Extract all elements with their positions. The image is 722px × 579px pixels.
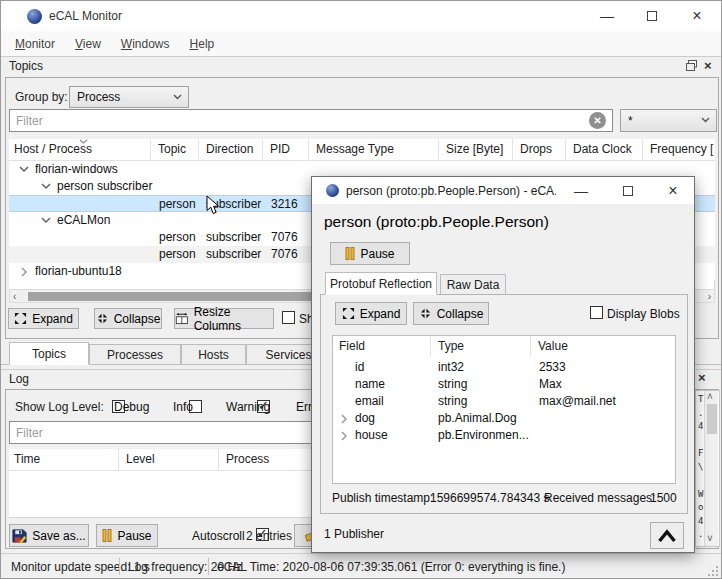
background-vscrollbar[interactable]: ˄ ˅ — [704, 391, 718, 546]
scroll-right-icon[interactable]: › — [708, 291, 711, 303]
info-label: Info — [173, 400, 193, 414]
field-name: id — [355, 359, 364, 376]
pause-icon — [102, 529, 112, 542]
col-message-type[interactable]: Message Type — [309, 139, 439, 160]
col-drops[interactable]: Drops — [513, 139, 566, 160]
dialog-expand-label: Expand — [360, 307, 401, 321]
topics-panel-header: Topics — [1, 56, 721, 75]
display-blobs-checkbox[interactable] — [590, 306, 603, 319]
field-row[interactable]: house pb.Environmen... — [333, 427, 675, 444]
col-data-clock[interactable]: Data Clock — [566, 139, 643, 160]
topics-panel-close-icon[interactable]: × — [704, 58, 712, 73]
resize-grip-icon[interactable] — [707, 565, 719, 577]
save-as-button[interactable]: Save as... — [9, 524, 89, 547]
float-panel-icon[interactable] — [685, 59, 698, 72]
pid-cell: 7076 — [271, 246, 298, 263]
menu-bar: Monitor View Windows Help — [1, 31, 721, 56]
app-icon — [326, 184, 339, 197]
close-button[interactable]: × — [675, 1, 719, 31]
tab-topics[interactable]: Topics — [9, 342, 89, 365]
dialog-minimize-button[interactable]: — — [560, 177, 602, 204]
field-name: name — [355, 376, 385, 393]
expander-closed-icon[interactable] — [341, 414, 348, 424]
log-panel-close-icon[interactable]: × — [698, 370, 706, 385]
col-field[interactable]: Field — [333, 336, 431, 357]
maximize-icon — [623, 186, 633, 196]
minimize-button[interactable]: — — [585, 1, 629, 31]
log-panel-title: Log — [1, 372, 29, 386]
field-row[interactable]: name string Max — [333, 376, 675, 393]
expander-open-icon[interactable] — [41, 217, 51, 224]
col-time[interactable]: Time — [9, 449, 119, 470]
dialog-close-button[interactable]: × — [653, 177, 693, 204]
title-bar: eCAL Monitor — × — [1, 1, 721, 31]
scroll-down-icon[interactable]: ˅ — [707, 533, 713, 545]
expander-open-icon[interactable] — [19, 166, 29, 173]
clear-filter-button[interactable]: ✕ — [589, 112, 606, 129]
field-row[interactable]: dog pb.Animal.Dog — [333, 410, 675, 427]
maximize-button[interactable] — [630, 1, 674, 31]
dialog-pause-button[interactable]: Pause — [330, 242, 410, 265]
tab-protobuf-reflection[interactable]: Protobuf Reflection — [325, 272, 437, 295]
group-by-label: Group by: — [15, 90, 68, 104]
resize-columns-icon — [175, 312, 189, 325]
field-type: string — [438, 376, 467, 393]
col-pid[interactable]: PID — [263, 139, 309, 160]
tab-raw-data[interactable]: Raw Data — [440, 274, 506, 295]
menu-monitor[interactable]: Monitor — [5, 37, 65, 51]
field-type: string — [438, 393, 467, 410]
field-type: pb.Animal.Dog — [438, 410, 517, 427]
scroll-left-icon[interactable]: ‹ — [13, 291, 16, 303]
process-label: eCALMon — [57, 212, 110, 229]
col-frequency[interactable]: Frequency [ — [643, 139, 715, 160]
expand-button[interactable]: Expand — [8, 308, 79, 329]
field-name: email — [355, 393, 384, 410]
dialog-expand-button[interactable]: Expand — [335, 302, 407, 325]
save-as-label: Save as... — [32, 529, 85, 543]
col-type[interactable]: Type — [431, 336, 531, 357]
col-size[interactable]: Size [Byte] — [439, 139, 513, 160]
minimize-icon: — — [574, 183, 588, 199]
group-by-select[interactable]: Process — [69, 86, 189, 108]
tab-processes[interactable]: Processes — [89, 344, 181, 365]
dialog-heading: person (proto:pb.People.Person) — [324, 213, 549, 231]
menu-view[interactable]: View — [65, 37, 111, 51]
col-value[interactable]: Value — [531, 336, 675, 357]
field-type: int32 — [438, 359, 464, 376]
tab-hosts[interactable]: Hosts — [181, 344, 246, 365]
expander-closed-icon[interactable] — [341, 431, 348, 441]
field-row[interactable]: email string max@mail.net — [333, 393, 675, 410]
status-bar: Monitor update speed: 1 s Log frequency:… — [1, 553, 721, 579]
field-row[interactable]: id int32 2533 — [333, 359, 675, 376]
expander-closed-icon[interactable] — [21, 267, 28, 277]
ecal-monitor-window: eCAL Monitor — × Monitor View Windows He… — [0, 0, 722, 579]
show-checkbox[interactable] — [282, 311, 295, 324]
dialog-maximize-button[interactable] — [607, 177, 649, 204]
scroll-to-top-button[interactable] — [650, 522, 684, 549]
col-process[interactable]: Process — [219, 449, 319, 470]
dialog-collapse-button[interactable]: Collapse — [413, 302, 489, 325]
topics-filter-input[interactable] — [9, 109, 613, 132]
collapse-button-label: Collapse — [114, 312, 161, 326]
filter-mode-select[interactable]: * — [620, 109, 717, 132]
menu-help[interactable]: Help — [180, 37, 225, 51]
log-pause-button[interactable]: Pause — [96, 524, 158, 547]
status-separator — [119, 558, 120, 575]
resize-columns-button[interactable]: Resize Columns — [174, 308, 274, 329]
scrollbar-thumb[interactable] — [707, 404, 717, 434]
dialog-title-bar: person (proto:pb.People.Person) - eCA...… — [312, 177, 694, 204]
col-topic[interactable]: Topic — [151, 139, 199, 160]
publish-timestamp-label: Publish timestamp: — [332, 491, 433, 505]
scroll-up-icon[interactable]: ˄ — [707, 391, 713, 403]
expander-open-icon[interactable] — [41, 183, 51, 190]
menu-windows[interactable]: Windows — [111, 37, 180, 51]
close-icon: × — [668, 182, 677, 200]
tab-hosts-label: Hosts — [198, 348, 229, 362]
dialog-window-title: person (proto:pb.People.Person) - eCA... — [346, 184, 556, 198]
scrollbar-thumb[interactable] — [28, 292, 358, 301]
col-level[interactable]: Level — [119, 449, 219, 470]
close-icon: × — [692, 7, 701, 25]
col-direction[interactable]: Direction — [199, 139, 263, 160]
collapse-button[interactable]: Collapse — [94, 308, 162, 329]
tab-processes-label: Processes — [107, 348, 163, 362]
